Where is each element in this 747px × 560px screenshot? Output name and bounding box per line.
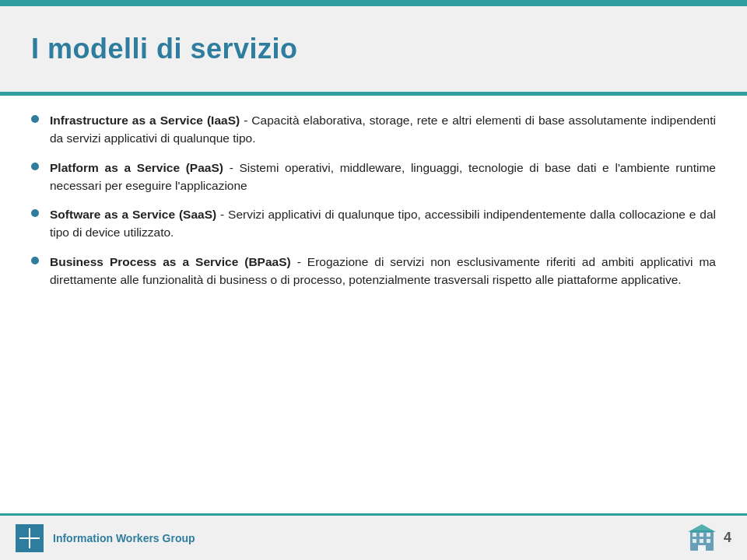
bullet-dot	[31, 115, 39, 123]
title-area: I modelli di servizio	[0, 6, 747, 92]
bullet-text-iaas: Infrastructure as a Service (IaaS) - Cap…	[50, 111, 716, 148]
footer-logo-area: Information Workers Group	[16, 524, 195, 552]
bullet-text-saas: Software as a Service (SaaS) - Servizi a…	[50, 205, 716, 242]
top-bar	[0, 0, 747, 6]
list-item: Business Process as a Service (BPaaS) - …	[31, 253, 716, 289]
bold-term-saas: Software as a Service (SaaS)	[50, 208, 216, 221]
footer-company-name: Information Workers Group	[53, 532, 195, 544]
footer-logo-inner	[19, 528, 40, 548]
logo-cell	[19, 528, 29, 537]
footer-building-area: 4	[686, 523, 731, 554]
bullet-text-bpaas: Business Process as a Service (BPaaS) - …	[50, 253, 716, 289]
logo-cell	[30, 539, 40, 548]
building-icon	[686, 523, 717, 554]
footer-page-number: 4	[724, 530, 731, 546]
list-item: Infrastructure as a Service (IaaS) - Cap…	[31, 111, 716, 148]
list-item: Platform as a Service (PaaS) - Sistemi o…	[31, 159, 716, 195]
logo-cell	[30, 528, 40, 537]
footer-bar: Information Workers Group 4	[0, 513, 747, 560]
content-area: Infrastructure as a Service (IaaS) - Cap…	[0, 96, 747, 513]
bullet-list: Infrastructure as a Service (IaaS) - Cap…	[31, 111, 716, 289]
bullet-text-paas: Platform as a Service (PaaS) - Sistemi o…	[50, 159, 716, 195]
svg-rect-13	[698, 545, 706, 551]
bold-term-paas: Platform as a Service (PaaS)	[50, 161, 223, 174]
footer-logo-box	[16, 524, 44, 552]
page-title: I modelli di servizio	[31, 33, 298, 65]
bullet-dot	[31, 163, 39, 170]
bullet-dot	[31, 257, 39, 264]
svg-rect-10	[693, 539, 696, 543]
svg-rect-7	[693, 533, 696, 537]
bullet-dot	[31, 209, 39, 217]
svg-rect-12	[707, 539, 710, 543]
svg-rect-8	[700, 533, 703, 537]
bold-term-iaas: Infrastructure as a Service (IaaS)	[50, 114, 240, 127]
bold-term-bpaas: Business Process as a Service (BPaaS)	[50, 255, 291, 268]
svg-rect-9	[707, 533, 710, 537]
logo-cell	[19, 539, 29, 548]
svg-marker-14	[688, 524, 716, 532]
list-item: Software as a Service (SaaS) - Servizi a…	[31, 205, 716, 242]
svg-rect-11	[700, 539, 703, 543]
